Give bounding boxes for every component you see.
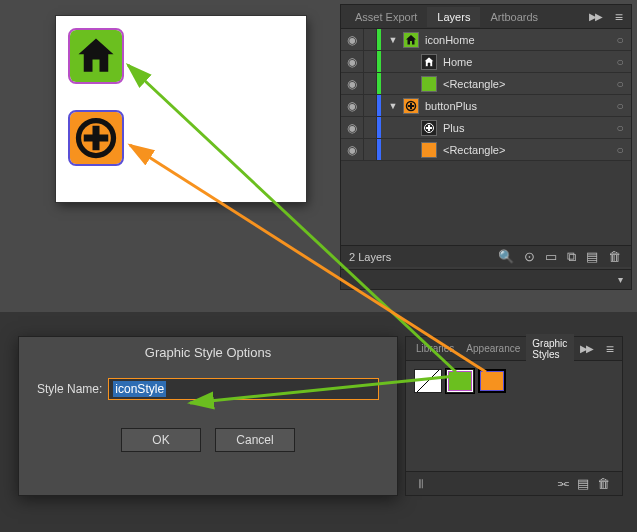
graphic-styles-panel: Libraries Appearance Graphic Styles ▶▶ ≡…: [405, 336, 623, 496]
home-icon: [75, 35, 117, 77]
layer-color-bar: [377, 139, 381, 160]
layer-thumbnail: [421, 76, 437, 92]
visibility-toggle-icon[interactable]: ◉: [341, 33, 363, 47]
panel-collapse-bar[interactable]: ▾: [341, 269, 631, 289]
layer-color-bar: [377, 29, 381, 50]
trash-icon[interactable]: 🗑: [608, 249, 621, 265]
layer-name-label[interactable]: <Rectangle>: [441, 144, 609, 156]
disclosure-triangle-icon[interactable]: ▼: [387, 35, 399, 45]
lock-toggle[interactable]: [363, 117, 377, 138]
visibility-toggle-icon[interactable]: ◉: [341, 55, 363, 69]
layer-rows: ◉▼iconHome○◉Home○◉<Rectangle>○◉▼buttonPl…: [341, 29, 631, 161]
search-icon[interactable]: 🔍: [498, 249, 514, 265]
visibility-toggle-icon[interactable]: ◉: [341, 143, 363, 157]
clip-mask-icon[interactable]: ▭: [545, 249, 557, 265]
styles-panel-tabs: Libraries Appearance Graphic Styles ▶▶ ≡: [406, 337, 622, 361]
target-icon[interactable]: ○: [609, 33, 631, 47]
dialog-title: Graphic Style Options: [19, 337, 397, 378]
plus-circle-icon: [75, 117, 117, 159]
panel-menu-icon[interactable]: ≡: [607, 9, 631, 25]
cancel-button[interactable]: Cancel: [215, 428, 295, 452]
layer-name-label[interactable]: <Rectangle>: [441, 78, 609, 90]
chevron-down-icon: ▾: [618, 274, 623, 285]
panel-menu-icon[interactable]: ≡: [598, 341, 622, 357]
svg-rect-5: [408, 105, 414, 107]
locate-icon[interactable]: ⊙: [524, 249, 535, 265]
disclosure-triangle-icon[interactable]: ▼: [387, 101, 399, 111]
style-swatch-green[interactable]: [446, 369, 474, 393]
svg-rect-8: [426, 127, 432, 129]
style-swatch-orange[interactable]: [478, 369, 506, 393]
collapse-panel-icon[interactable]: ▶▶: [583, 11, 607, 22]
lock-toggle[interactable]: [363, 73, 377, 94]
layer-row[interactable]: ◉<Rectangle>○: [341, 73, 631, 95]
tab-graphic-styles[interactable]: Graphic Styles: [526, 334, 574, 364]
styles-panel-footer: ⫴ ⫘ ▤ 🗑: [406, 471, 622, 495]
tab-libraries[interactable]: Libraries: [410, 339, 460, 358]
tab-layers[interactable]: Layers: [427, 7, 480, 27]
graphic-style-options-dialog: Graphic Style Options Style Name: iconSt…: [18, 336, 398, 496]
layers-panel: Asset Export Layers Artboards ▶▶ ≡ ◉▼ico…: [340, 4, 632, 290]
layer-thumbnail: [421, 120, 437, 136]
layer-name-label[interactable]: Plus: [441, 122, 609, 134]
svg-rect-2: [84, 135, 109, 142]
tab-appearance[interactable]: Appearance: [460, 339, 526, 358]
layers-panel-status: 2 Layers 🔍 ⊙ ▭ ⧉ ▤ 🗑: [341, 245, 631, 267]
layer-row[interactable]: ◉▼buttonPlus○: [341, 95, 631, 117]
layer-row[interactable]: ◉Home○: [341, 51, 631, 73]
style-name-input[interactable]: iconStyle: [108, 378, 379, 400]
artboard-canvas: [56, 16, 306, 202]
artwork-icon-plus[interactable]: [70, 112, 122, 164]
break-link-icon[interactable]: ⫘: [552, 476, 573, 491]
layer-row[interactable]: ◉▼iconHome○: [341, 29, 631, 51]
trash-icon[interactable]: 🗑: [593, 476, 614, 491]
layer-row[interactable]: ◉<Rectangle>○: [341, 139, 631, 161]
lock-toggle[interactable]: [363, 51, 377, 72]
lock-toggle[interactable]: [363, 139, 377, 160]
layer-row[interactable]: ◉Plus○: [341, 117, 631, 139]
layer-color-bar: [377, 73, 381, 94]
style-swatch-default[interactable]: [414, 369, 442, 393]
lock-toggle[interactable]: [363, 29, 377, 50]
new-sublayer-icon[interactable]: ⧉: [567, 249, 576, 265]
layer-thumbnail: [421, 54, 437, 70]
new-layer-icon[interactable]: ▤: [586, 249, 598, 265]
layer-color-bar: [377, 51, 381, 72]
layer-color-bar: [377, 95, 381, 116]
new-style-icon[interactable]: ▤: [573, 476, 593, 491]
layer-thumbnail: [403, 98, 419, 114]
ok-button[interactable]: OK: [121, 428, 201, 452]
styles-swatch-area: [406, 361, 622, 401]
target-icon[interactable]: ○: [609, 77, 631, 91]
tab-asset-export[interactable]: Asset Export: [345, 7, 427, 27]
visibility-toggle-icon[interactable]: ◉: [341, 99, 363, 113]
target-icon[interactable]: ○: [609, 55, 631, 69]
lock-toggle[interactable]: [363, 95, 377, 116]
layer-name-label[interactable]: buttonPlus: [423, 100, 609, 112]
target-icon[interactable]: ○: [609, 99, 631, 113]
style-name-label: Style Name:: [37, 382, 102, 396]
layer-count-label: 2 Layers: [341, 251, 498, 263]
visibility-toggle-icon[interactable]: ◉: [341, 121, 363, 135]
tab-artboards[interactable]: Artboards: [480, 7, 548, 27]
collapse-panel-icon[interactable]: ▶▶: [574, 343, 598, 354]
target-icon[interactable]: ○: [609, 143, 631, 157]
layer-name-label[interactable]: iconHome: [423, 34, 609, 46]
target-icon[interactable]: ○: [609, 121, 631, 135]
artwork-icon-home[interactable]: [70, 30, 122, 82]
visibility-toggle-icon[interactable]: ◉: [341, 77, 363, 91]
layer-color-bar: [377, 117, 381, 138]
layers-panel-tabs: Asset Export Layers Artboards ▶▶ ≡: [341, 5, 631, 29]
layer-thumbnail: [403, 32, 419, 48]
layer-name-label[interactable]: Home: [441, 56, 609, 68]
layer-thumbnail: [421, 142, 437, 158]
styles-menu-icon[interactable]: ⫴: [414, 476, 428, 492]
layers-panel-footer-icons: 🔍 ⊙ ▭ ⧉ ▤ 🗑: [498, 249, 631, 265]
